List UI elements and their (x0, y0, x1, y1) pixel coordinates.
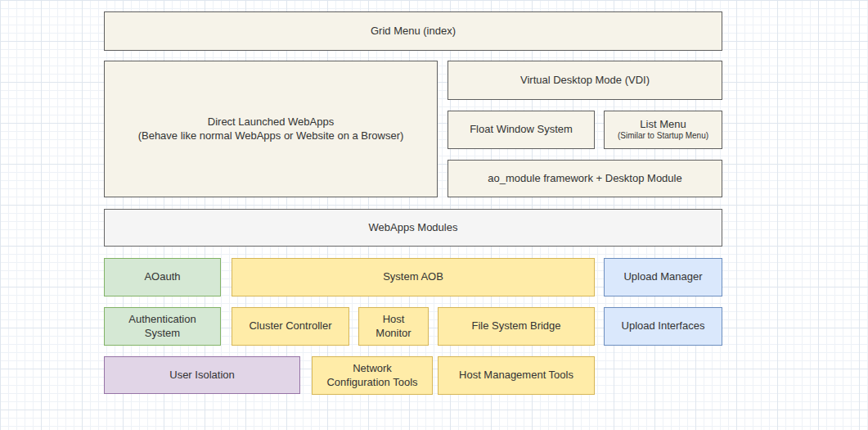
direct-launched-webapps-label: (Behave like normal WebApps or Website o… (138, 129, 404, 143)
network-configuration-tools-label: Configuration Tools (326, 376, 417, 389)
grid-menu-label: Grid Menu (index) (371, 25, 456, 38)
user-isolation-node[interactable]: User Isolation (104, 356, 300, 394)
webapps-modules-node[interactable]: WebApps Modules (104, 209, 722, 247)
authentication-system-label: System (145, 327, 180, 340)
authentication-system-label: Authentication (128, 313, 196, 326)
diagram-canvas: Grid Menu (index)Direct Launched WebApps… (0, 0, 868, 430)
system-aob-node[interactable]: System AOB (232, 258, 595, 296)
network-configuration-tools-node[interactable]: NetworkConfiguration Tools (312, 356, 433, 395)
list-menu-node[interactable]: List Menu(Similar to Startup Menu) (604, 111, 722, 149)
upload-interfaces-node[interactable]: Upload Interfaces (604, 307, 722, 346)
host-monitor-label: Host (383, 313, 405, 326)
file-system-bridge-node[interactable]: File System Bridge (438, 307, 595, 346)
virtual-desktop-mode-node[interactable]: Virtual Desktop Mode (VDI) (447, 61, 722, 100)
direct-launched-webapps-node[interactable]: Direct Launched WebApps(Behave like norm… (104, 61, 438, 197)
float-window-system-label: Float Window System (470, 123, 573, 136)
aoauth-label: AOauth (144, 270, 180, 283)
system-aob-label: System AOB (383, 270, 443, 283)
cluster-controller-label: Cluster Controller (249, 319, 331, 333)
webapps-modules-label: WebApps Modules (369, 221, 458, 234)
host-monitor-node[interactable]: HostMonitor (358, 307, 429, 346)
float-window-system-node[interactable]: Float Window System (447, 111, 595, 149)
upload-manager-node[interactable]: Upload Manager (604, 258, 722, 296)
user-isolation-label: User Isolation (169, 369, 234, 382)
ao-module-framework-label: ao_module framework + Desktop Module (488, 172, 681, 185)
aoauth-node[interactable]: AOauth (104, 258, 221, 296)
virtual-desktop-mode-label: Virtual Desktop Mode (VDI) (520, 74, 650, 87)
file-system-bridge-label: File System Bridge (471, 319, 560, 333)
authentication-system-node[interactable]: AuthenticationSystem (104, 307, 221, 346)
host-management-tools-node[interactable]: Host Management Tools (438, 356, 595, 395)
ao-module-framework-node[interactable]: ao_module framework + Desktop Module (447, 160, 722, 197)
direct-launched-webapps-label: Direct Launched WebApps (208, 115, 334, 129)
grid-menu-node[interactable]: Grid Menu (index) (104, 11, 722, 51)
host-monitor-label: Monitor (376, 327, 411, 340)
upload-manager-label: Upload Manager (623, 270, 702, 283)
list-menu-label: List Menu (640, 118, 686, 131)
network-configuration-tools-label: Network (353, 362, 392, 375)
host-management-tools-label: Host Management Tools (459, 369, 573, 382)
cluster-controller-node[interactable]: Cluster Controller (232, 307, 349, 346)
list-menu-label: (Similar to Startup Menu) (618, 131, 708, 142)
upload-interfaces-label: Upload Interfaces (622, 319, 705, 333)
